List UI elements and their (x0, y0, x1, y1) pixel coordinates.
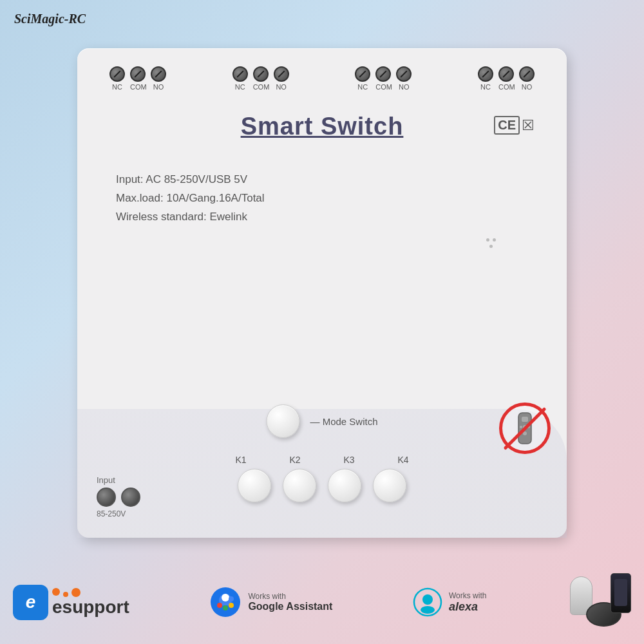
weee-symbol: ☒ (522, 117, 535, 134)
svg-point-16 (421, 606, 435, 614)
svg-point-3 (523, 431, 527, 435)
label-com-2: COM (253, 83, 269, 91)
input-label: Input (97, 475, 140, 485)
google-works-with-text: Works with Google Assistant (248, 592, 332, 612)
dot-1 (52, 588, 60, 596)
label-com-1: COM (130, 83, 146, 91)
input-port-2 (121, 488, 140, 507)
svg-point-10 (217, 603, 222, 608)
product-title: Smart Switch (77, 113, 567, 140)
screw-nc-1 (109, 66, 125, 82)
label-nc-4: NC (478, 83, 493, 91)
alexa-works-with-text: Works with alexa (449, 591, 486, 614)
alexa-logo: Works with alexa (413, 587, 486, 617)
svg-point-2 (523, 425, 527, 429)
k3-label: K3 (332, 455, 366, 465)
screw-no-4 (519, 66, 535, 82)
svg-point-8 (222, 594, 229, 601)
input-ports (97, 488, 140, 507)
k-buttons-area: K1 K2 K3 K4 (224, 455, 420, 502)
ce-mark: CE ☒ (494, 116, 535, 135)
input-port-1 (97, 488, 116, 507)
svg-point-13 (229, 596, 234, 601)
google-works-with-label: Works with (248, 592, 332, 601)
alexa-name: alexa (449, 600, 486, 614)
dot-3 (71, 588, 80, 597)
screw-nc-2 (232, 66, 248, 82)
k3-button[interactable] (328, 469, 361, 502)
label-no-2: NO (274, 83, 289, 91)
screw-nc-3 (355, 66, 370, 82)
ce-text: CE (494, 116, 520, 135)
screw-nc-4 (478, 66, 493, 82)
mode-switch-button[interactable] (266, 404, 299, 438)
k4-button[interactable] (373, 469, 406, 502)
k2-label: K2 (278, 455, 312, 465)
screw-com-1 (130, 66, 146, 82)
input-section: Input 85-250V (97, 475, 140, 518)
no-remote-icon (499, 402, 551, 454)
remote-svg (513, 412, 536, 445)
mode-switch-label: — Mode Switch (310, 416, 377, 427)
esupport-word: esupport (52, 598, 129, 616)
label-no-1: NO (151, 83, 166, 91)
svg-point-12 (229, 603, 234, 608)
svg-rect-1 (522, 417, 528, 422)
terminal-group-1: NC COM NO (109, 66, 166, 91)
label-no-3: NO (396, 83, 412, 91)
svg-point-15 (422, 594, 433, 605)
svg-point-5 (527, 426, 530, 428)
k4-label: K4 (386, 455, 420, 465)
smartphone (611, 573, 631, 613)
k2-button[interactable] (283, 469, 316, 502)
google-assistant-name: Google Assistant (248, 601, 332, 612)
screw-no-3 (396, 66, 412, 82)
alexa-works-with-label: Works with (449, 591, 486, 600)
label-com-3: COM (375, 83, 391, 91)
screw-no-1 (151, 66, 166, 82)
label-com-4: COM (498, 83, 514, 91)
svg-point-4 (520, 426, 522, 428)
terminal-group-4: NC COM NO (478, 66, 535, 91)
spec-maxload: Max.load: 10A/Gang.16A/Total (116, 189, 265, 208)
screw-com-2 (253, 66, 269, 82)
e-badge: e (13, 585, 48, 620)
mode-switch-area: — Mode Switch (266, 404, 377, 438)
k1-label: K1 (224, 455, 258, 465)
label-nc-3: NC (355, 83, 370, 91)
terminal-group-3: NC COM NO (355, 66, 412, 91)
k-labels-row: K1 K2 K3 K4 (224, 455, 420, 465)
smart-devices-cluster (567, 573, 631, 631)
esupport-dots (52, 588, 129, 597)
spec-wireless: Wireless standard: Ewelink (116, 208, 265, 227)
brand-title: SciMagic-RC (14, 12, 86, 26)
google-assistant-logo: Works with Google Assistant (209, 586, 332, 618)
k-buttons-row (238, 469, 406, 502)
terminal-row: NC COM NO NC COM NO (109, 66, 535, 91)
google-icon (209, 586, 242, 618)
bottom-logos: e esupport Works with Google Assistant (0, 573, 644, 631)
spec-input: Input: AC 85-250V/USB 5V (116, 171, 265, 189)
label-no-4: NO (519, 83, 535, 91)
screw-com-4 (498, 66, 514, 82)
k1-button[interactable] (238, 469, 271, 502)
screw-com-3 (375, 66, 391, 82)
dot-2 (63, 592, 68, 597)
input-voltage: 85-250V (97, 509, 140, 518)
screw-no-2 (274, 66, 289, 82)
label-nc-1: NC (109, 83, 125, 91)
esupport-text-area: esupport (52, 588, 129, 616)
device-body: NC COM NO NC COM NO (77, 48, 567, 538)
svg-point-11 (223, 605, 228, 611)
terminal-group-2: NC COM NO (232, 66, 289, 91)
alexa-icon (413, 587, 442, 617)
esupport-logo: e esupport (13, 585, 129, 620)
label-nc-2: NC (232, 83, 248, 91)
